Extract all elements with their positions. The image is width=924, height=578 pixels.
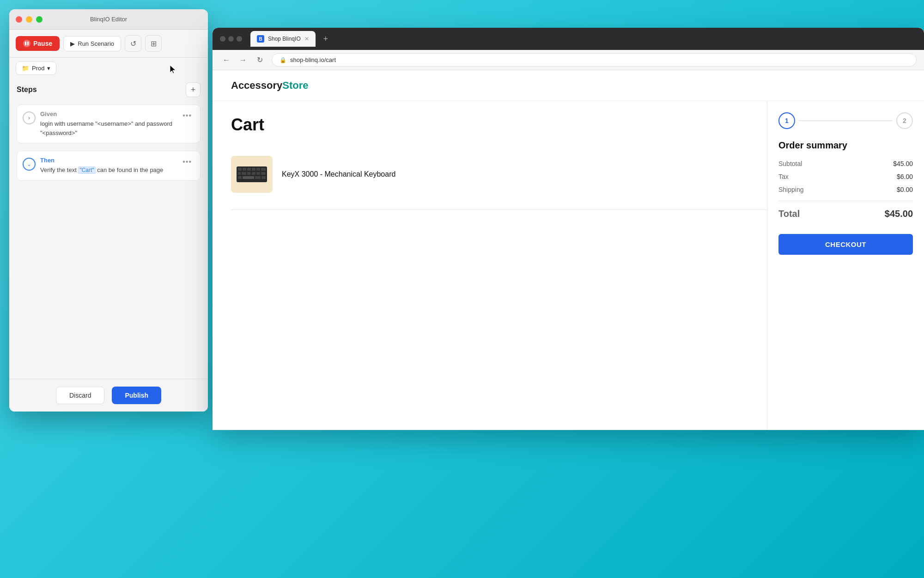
steps-header: Steps +	[17, 82, 201, 97]
new-tab-icon: +	[323, 34, 328, 44]
add-step-button[interactable]: +	[186, 82, 201, 97]
step-item-given: › Given login with username "<username>"…	[17, 105, 201, 143]
order-summary: 1 2 Order summary Subtotal $45.00 Tax $6…	[767, 101, 924, 430]
svg-rect-10	[252, 172, 255, 175]
add-icon: +	[191, 85, 196, 95]
step-description-then: Verify the text "Cart" can be found in t…	[40, 166, 175, 175]
svg-rect-16	[261, 176, 266, 179]
editor-footer: Discard Publish	[9, 379, 208, 412]
svg-rect-4	[252, 168, 255, 171]
order-summary-title: Order summary	[778, 140, 913, 151]
step-toggle-given[interactable]: ›	[23, 111, 36, 124]
step-more-given[interactable]: •••	[180, 111, 195, 121]
layout-icon: ⊞	[151, 39, 157, 48]
browser-content: AccessoryStore Cart	[213, 70, 924, 430]
step-more-then[interactable]: •••	[180, 157, 195, 167]
minimize-button[interactable]	[26, 16, 32, 23]
shop-header: AccessoryStore	[213, 70, 924, 101]
pause-button[interactable]: Pause	[16, 36, 60, 51]
checkout-button[interactable]: CHECKOUT	[778, 234, 913, 255]
active-tab[interactable]: B Shop BlinqIO ✕	[250, 31, 316, 47]
steps-title: Steps	[17, 86, 37, 94]
shipping-value: $0.00	[897, 186, 913, 193]
reset-button[interactable]: ↺	[125, 35, 141, 52]
editor-toolbar: Pause ▶ Run Scenario ↺ ⊞	[9, 30, 208, 58]
traffic-lights	[16, 16, 43, 23]
tab-favicon: B	[257, 35, 264, 43]
chevron-right-icon: ›	[28, 115, 30, 121]
shipping-label: Shipping	[778, 186, 804, 193]
logo-teal: Store	[282, 80, 308, 91]
svg-rect-7	[238, 172, 241, 175]
total-value: $45.00	[885, 209, 913, 219]
order-row-shipping: Shipping $0.00	[778, 186, 913, 193]
layout-button[interactable]: ⊞	[145, 35, 162, 52]
order-row-total: Total $45.00	[778, 201, 913, 219]
folder-icon: 📁	[22, 65, 29, 72]
svg-rect-3	[247, 168, 251, 171]
discard-button[interactable]: Discard	[56, 387, 104, 404]
reset-icon: ↺	[130, 39, 136, 48]
total-label: Total	[778, 209, 800, 219]
chevron-down-icon: ⌄	[27, 161, 31, 167]
cart-main: Cart	[213, 101, 924, 430]
svg-rect-13	[238, 176, 242, 179]
keyboard-image	[236, 160, 268, 188]
step-highlight-cart: "Cart"	[78, 166, 95, 174]
chevron-down-icon: ▾	[47, 65, 50, 72]
order-step-2: 2	[896, 112, 913, 129]
subtotal-label: Subtotal	[778, 160, 802, 167]
forward-button[interactable]: →	[237, 54, 249, 67]
step-content-then: Then Verify the text "Cart" can be found…	[40, 157, 175, 175]
close-button[interactable]	[16, 16, 22, 23]
browser-window: B Shop BlinqIO ✕ + ← → ↻ 🔒 shop-blinq.io…	[213, 28, 924, 430]
browser-dot-1	[220, 36, 225, 42]
step-toggle-then[interactable]: ⌄	[23, 158, 36, 171]
order-step-1: 1	[778, 112, 795, 129]
step-type-given: Given	[40, 111, 175, 117]
browser-address-bar: ← → ↻ 🔒 shop-blinq.io/cart	[213, 50, 924, 70]
browser-dot-3	[237, 36, 242, 42]
browser-dot-2	[228, 36, 234, 42]
refresh-button[interactable]: ↻	[253, 54, 266, 67]
product-image	[231, 156, 273, 193]
order-row-subtotal: Subtotal $45.00	[778, 160, 913, 167]
svg-rect-2	[243, 168, 246, 171]
order-steps: 1 2	[778, 112, 913, 129]
step-desc-before: Verify the text	[40, 166, 78, 173]
tax-label: Tax	[778, 173, 789, 180]
svg-rect-12	[261, 172, 266, 175]
pause-bars	[25, 42, 29, 45]
svg-rect-5	[256, 168, 260, 171]
new-tab-button[interactable]: +	[319, 32, 332, 45]
steps-panel: Steps + › Given login with username "<us…	[9, 75, 208, 379]
back-button[interactable]: ←	[220, 54, 233, 67]
maximize-button[interactable]	[36, 16, 43, 23]
editor-titlebar: BlinqIO Editor	[9, 9, 208, 30]
env-label: Prod	[32, 65, 44, 72]
publish-button[interactable]: Publish	[112, 387, 161, 404]
tab-bar: B Shop BlinqIO ✕ +	[250, 31, 917, 47]
editor-title: BlinqIO Editor	[90, 16, 127, 23]
browser-chrome: B Shop BlinqIO ✕ +	[213, 28, 924, 50]
tax-value: $6.00	[897, 173, 913, 180]
nav-buttons: ← → ↻	[220, 54, 266, 67]
step-desc-after: can be found in the page	[96, 166, 164, 173]
address-field[interactable]: 🔒 shop-blinq.io/cart	[272, 53, 917, 67]
lock-icon: 🔒	[280, 57, 286, 63]
svg-rect-6	[261, 168, 266, 171]
env-selector[interactable]: 📁 Prod ▾	[16, 61, 56, 75]
refresh-icon: ↻	[257, 55, 263, 64]
step-content-given: Given login with username "<username>" a…	[40, 111, 175, 137]
pause-label: Pause	[33, 40, 52, 47]
order-step-line	[799, 120, 893, 121]
pause-icon	[23, 40, 30, 47]
step-2-number: 2	[903, 117, 906, 124]
step-1-number: 1	[785, 117, 789, 124]
run-scenario-button[interactable]: ▶ Run Scenario	[63, 36, 121, 51]
browser-dots	[220, 36, 242, 42]
svg-rect-8	[242, 172, 246, 175]
svg-rect-14	[243, 176, 254, 179]
editor-window: BlinqIO Editor Pause ▶ Run Scenario ↺ ⊞ …	[9, 9, 208, 412]
tab-close-button[interactable]: ✕	[304, 36, 309, 42]
